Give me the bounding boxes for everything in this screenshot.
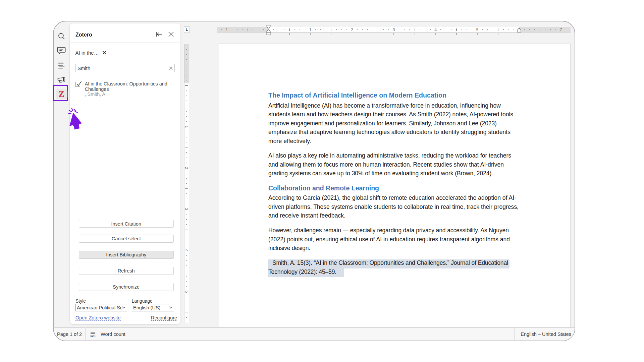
svg-text:12: 12: [90, 334, 94, 338]
